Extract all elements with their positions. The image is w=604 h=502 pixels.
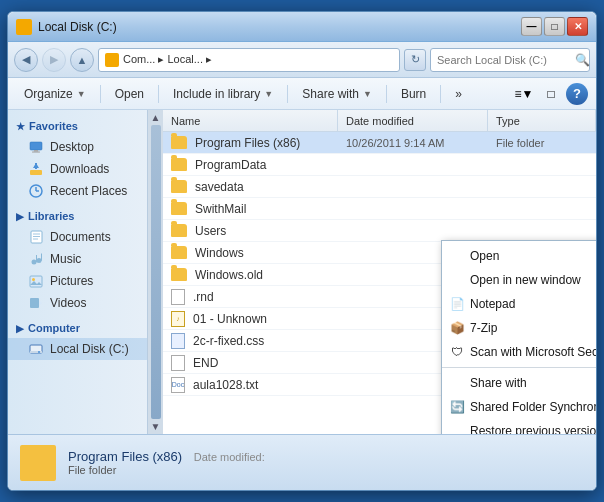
toolbar-separator-2 <box>158 85 159 103</box>
search-input[interactable] <box>437 54 575 66</box>
file-name-cell: savedata <box>163 176 338 197</box>
close-button[interactable]: ✕ <box>567 17 588 36</box>
7zip-icon: 📦 <box>448 319 466 337</box>
sidebar-item-pictures[interactable]: Pictures <box>8 270 162 292</box>
window-title: Local Disk (C:) <box>38 20 521 34</box>
address-bar[interactable]: Com... ▸ Local... ▸ <box>98 48 400 72</box>
open-button[interactable]: Open <box>107 82 152 106</box>
column-headers: Name Date modified Type <box>163 110 596 132</box>
sidebar-item-music[interactable]: Music <box>8 248 162 270</box>
include-library-button[interactable]: Include in library ▼ <box>165 82 281 106</box>
show-preview-button[interactable]: □ <box>539 82 563 106</box>
file-icon: Doc <box>171 377 185 393</box>
main-area: ★ Favorites Desktop Downloads <box>8 110 596 434</box>
cm-sep-1 <box>442 367 596 368</box>
col-header-type[interactable]: Type <box>488 110 596 131</box>
sidebar: ★ Favorites Desktop Downloads <box>8 110 163 434</box>
file-name-cell: ProgramData <box>163 154 338 175</box>
cm-open[interactable]: Open <box>442 244 596 268</box>
file-icon <box>171 355 185 371</box>
cm-open-new-window[interactable]: Open in new window <box>442 268 596 292</box>
sidebar-wrapper: ★ Favorites Desktop Downloads <box>8 110 163 434</box>
col-header-name[interactable]: Name <box>163 110 338 131</box>
sidebar-item-downloads[interactable]: Downloads <box>8 158 162 180</box>
navbar: ◀ ▶ ▲ Com... ▸ Local... ▸ ↻ 🔍 <box>8 42 596 78</box>
sidebar-scroll-thumb[interactable] <box>151 125 161 419</box>
file-name-cell: END <box>163 352 338 373</box>
pictures-icon <box>28 273 44 289</box>
sidebar-item-recent-places[interactable]: Recent Places <box>8 180 162 202</box>
sidebar-item-documents[interactable]: Documents <box>8 226 162 248</box>
more-button[interactable]: » <box>447 82 470 106</box>
forward-button[interactable]: ▶ <box>42 48 66 72</box>
table-row[interactable]: ProgramData <box>163 154 596 176</box>
documents-icon <box>28 229 44 245</box>
burn-button[interactable]: Burn <box>393 82 434 106</box>
table-row[interactable]: Program Files (x86) 10/26/2011 9:14 AM F… <box>163 132 596 154</box>
cm-share-with[interactable]: Share with ▶ <box>442 371 596 395</box>
minimize-button[interactable]: — <box>521 17 542 36</box>
address-folder-icon <box>105 53 119 67</box>
computer-expand-icon: ▶ <box>16 323 24 334</box>
cm-notepad[interactable]: 📄 Notepad <box>442 292 596 316</box>
notepad-icon: 📄 <box>448 295 466 313</box>
maximize-button[interactable]: □ <box>544 17 565 36</box>
file-name-cell: Users <box>163 220 338 241</box>
cm-restore-versions[interactable]: Restore previous versions <box>442 419 596 434</box>
help-button[interactable]: ? <box>566 83 588 105</box>
search-bar[interactable]: 🔍 <box>430 48 590 72</box>
svg-rect-3 <box>30 170 42 175</box>
statusbar: Program Files (x86) Date modified: File … <box>8 434 596 490</box>
refresh-button[interactable]: ↻ <box>404 49 426 71</box>
up-button[interactable]: ▲ <box>70 48 94 72</box>
videos-icon <box>28 295 44 311</box>
svg-point-19 <box>32 278 35 281</box>
file-type-cell: File folder <box>488 132 596 153</box>
favorites-header[interactable]: ★ Favorites <box>8 116 162 136</box>
library-icon: ▶ <box>16 211 24 222</box>
file-type-cell <box>488 154 596 175</box>
svg-point-25 <box>38 351 40 353</box>
sidebar-scroll-down[interactable]: ▼ <box>151 421 161 434</box>
sync-icon: 🔄 <box>448 398 466 416</box>
window-icon <box>16 19 32 35</box>
file-name-cell: Windows <box>163 242 338 263</box>
change-view-button[interactable]: ≡▼ <box>512 82 536 106</box>
cm-scan[interactable]: 🛡 Scan with Microsoft Security Essential… <box>442 340 596 364</box>
file-date-cell: 10/26/2011 9:14 AM <box>338 132 488 153</box>
sidebar-scrollbar[interactable]: ▲ ▼ <box>147 110 163 434</box>
toolbar-separator-5 <box>440 85 441 103</box>
status-type: File folder <box>68 464 584 476</box>
sidebar-scroll-up[interactable]: ▲ <box>151 110 161 123</box>
file-date-cell <box>338 154 488 175</box>
file-name-cell: .rnd <box>163 286 338 307</box>
back-button[interactable]: ◀ <box>14 48 38 72</box>
table-row[interactable]: SwithMail <box>163 198 596 220</box>
status-date-label: Date modified: <box>194 451 265 463</box>
file-type-cell <box>488 198 596 219</box>
css-icon <box>171 333 185 349</box>
svg-rect-21 <box>30 298 39 308</box>
folder-icon <box>171 158 187 171</box>
svg-rect-9 <box>31 231 42 243</box>
cm-7zip[interactable]: 📦 7-Zip ▶ <box>442 316 596 340</box>
context-menu: Open Open in new window 📄 Notepad 📦 7-Zi… <box>441 240 596 434</box>
table-row[interactable]: savedata <box>163 176 596 198</box>
table-row[interactable]: Users <box>163 220 596 242</box>
cm-shared-folder-sync[interactable]: 🔄 Shared Folder Synchronization ▶ <box>442 395 596 419</box>
svg-rect-0 <box>30 142 42 150</box>
computer-header[interactable]: ▶ Computer <box>8 318 162 338</box>
sidebar-item-videos[interactable]: Videos <box>8 292 162 314</box>
folder-icon <box>171 268 187 281</box>
organize-button[interactable]: Organize ▼ <box>16 82 94 106</box>
libraries-header[interactable]: ▶ Libraries <box>8 206 162 226</box>
share-with-button[interactable]: Share with ▼ <box>294 82 380 106</box>
file-date-cell <box>338 176 488 197</box>
sidebar-item-local-disk[interactable]: Local Disk (C:) <box>8 338 162 360</box>
music-icon <box>28 251 44 267</box>
file-name-cell: 2c-r-fixed.css <box>163 330 338 351</box>
sidebar-item-desktop[interactable]: Desktop <box>8 136 162 158</box>
libraries-section: ▶ Libraries Documents Music <box>8 206 162 314</box>
toolbar-separator-3 <box>287 85 288 103</box>
col-header-date[interactable]: Date modified <box>338 110 488 131</box>
